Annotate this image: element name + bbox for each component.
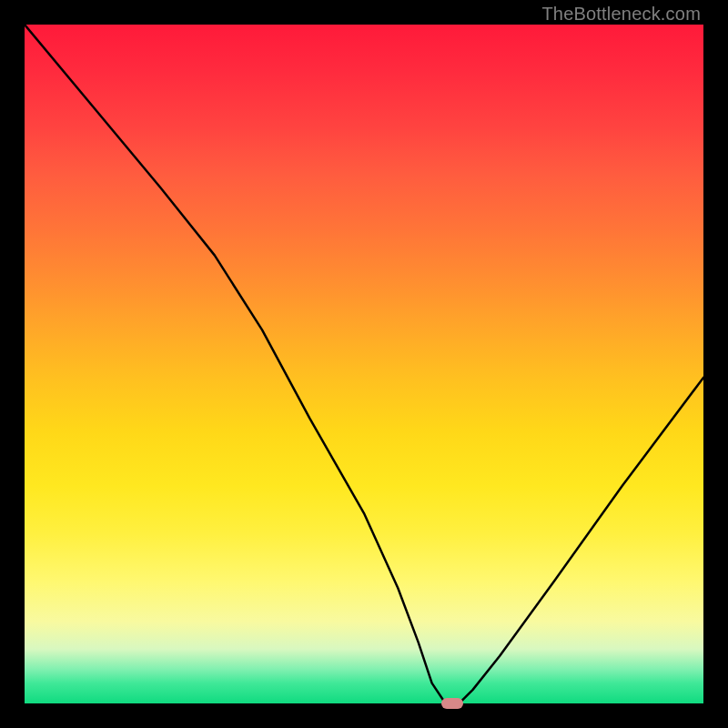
curve-svg <box>25 25 703 703</box>
bottleneck-marker <box>441 698 463 709</box>
plot-area <box>25 25 703 703</box>
bottleneck-curve-line <box>25 25 703 703</box>
chart-container: TheBottleneck.com <box>0 0 728 728</box>
watermark-text: TheBottleneck.com <box>541 4 701 25</box>
